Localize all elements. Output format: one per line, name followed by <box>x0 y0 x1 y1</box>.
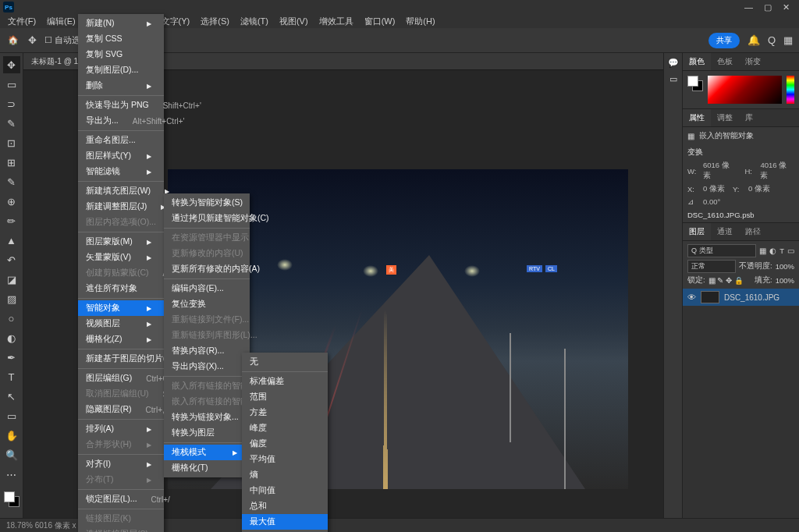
layer-name[interactable]: DSC_1610.JPG <box>724 293 779 302</box>
menu-item[interactable]: 峰度 <box>242 420 328 436</box>
layer-item[interactable]: 👁 DSC_1610.JPG <box>683 289 799 306</box>
menu-item[interactable]: 图层蒙版(M)▶ <box>78 234 164 250</box>
hand-tool[interactable]: ✋ <box>3 427 20 444</box>
menu-item[interactable]: 转换为智能对象(S) <box>164 195 250 211</box>
prop-h-value[interactable]: 4016 像素 <box>760 161 794 181</box>
menu-item[interactable]: 平均值 <box>242 452 328 467</box>
menu-item[interactable]: 方差 <box>242 405 328 420</box>
home-icon[interactable]: 🏠 <box>6 34 20 48</box>
prop-y-value[interactable]: 0 像素 <box>748 184 770 194</box>
menu-item[interactable]: 偏度 <box>242 436 328 452</box>
menu-item[interactable]: 复制图层(D)... <box>78 62 164 78</box>
menu-item[interactable]: 视频图层▶ <box>78 316 164 332</box>
color-swatch-panel[interactable] <box>687 76 703 91</box>
menu-item[interactable]: 对齐(I)▶ <box>78 456 164 472</box>
menu-select[interactable]: 选择(S) <box>196 14 234 29</box>
tab-swatches[interactable]: 色板 <box>711 53 739 70</box>
layer-filter-select[interactable]: Q 类型 <box>687 244 756 257</box>
frame-tool[interactable]: ⊞ <box>3 154 20 171</box>
lasso-tool[interactable]: ⊃ <box>3 95 20 112</box>
type-tool[interactable]: T <box>3 368 20 385</box>
menu-item[interactable]: 智能对象▶ <box>78 300 164 316</box>
menu-item[interactable]: 复制 CSS <box>78 31 164 47</box>
menu-item[interactable]: 替换内容(R)... <box>164 343 250 359</box>
brush-tool[interactable]: ✏ <box>3 212 20 229</box>
move-tool[interactable]: ✥ <box>3 56 20 73</box>
stamp-tool[interactable]: ▲ <box>3 232 20 249</box>
menu-window[interactable]: 窗口(W) <box>360 14 400 29</box>
tab-channels[interactable]: 通道 <box>711 223 739 240</box>
panel-history-icon[interactable]: ▭ <box>669 74 677 84</box>
menu-item[interactable]: 图层样式(Y)▶ <box>78 148 164 164</box>
menu-item[interactable]: 新建填充图层(W)▶ <box>78 183 164 199</box>
menu-item[interactable]: 栅格化(T) <box>164 460 250 476</box>
menu-item[interactable]: 熵 <box>242 467 328 483</box>
path-tool[interactable]: ↖ <box>3 388 20 405</box>
menu-item[interactable]: 复位变换 <box>164 296 250 312</box>
menu-item[interactable]: 总和 <box>242 498 328 514</box>
menu-file[interactable]: 文件(F) <box>3 14 41 29</box>
menu-item[interactable]: 通过拷贝新建智能对象(C) <box>164 211 250 226</box>
menu-item[interactable]: 转换为链接对象... <box>164 410 250 425</box>
dodge-tool[interactable]: ◐ <box>3 329 20 346</box>
prop-w-value[interactable]: 6016 像素 <box>703 161 737 181</box>
menu-item[interactable]: 快速导出为 PNGShift+Ctrl+' <box>78 98 164 113</box>
tab-paths[interactable]: 路径 <box>739 223 767 240</box>
menu-edit[interactable]: 编辑(E) <box>42 14 80 29</box>
tab-libraries[interactable]: 库 <box>739 109 759 126</box>
tab-layers[interactable]: 图层 <box>683 223 711 240</box>
menu-item[interactable]: 范围 <box>242 389 328 405</box>
layer-filter-icon2[interactable]: ◐ <box>769 246 776 255</box>
menu-item[interactable]: 隐藏图层(R)Ctrl+, <box>78 402 164 417</box>
menu-item[interactable]: 编辑内容(E)... <box>164 281 250 296</box>
menu-view[interactable]: 视图(V) <box>275 14 313 29</box>
more-tools[interactable]: ⋯ <box>3 466 20 483</box>
maximize-button[interactable]: ▢ <box>764 2 772 12</box>
tab-properties[interactable]: 属性 <box>683 109 711 126</box>
menu-item[interactable]: 新建调整图层(J)▶ <box>78 199 164 215</box>
menu-item[interactable]: 中间值 <box>242 483 328 498</box>
share-button[interactable]: 共享 <box>708 33 740 48</box>
workspace-icon[interactable]: ▦ <box>783 34 793 46</box>
tab-adjustments[interactable]: 调整 <box>711 109 739 126</box>
move-tool-icon[interactable]: ✥ <box>28 34 37 46</box>
healing-tool[interactable]: ⊕ <box>3 193 20 210</box>
menu-item[interactable]: 最大值 <box>242 514 328 530</box>
menu-item[interactable]: 删除▶ <box>78 78 164 94</box>
menu-help[interactable]: 帮助(H) <box>401 14 439 29</box>
search-icon[interactable]: Q <box>768 34 776 46</box>
eraser-tool[interactable]: ◪ <box>3 271 20 288</box>
menu-item[interactable]: 图层编组(G)Ctrl+G <box>78 371 164 386</box>
menu-item[interactable]: 无 <box>242 354 328 370</box>
tab-color[interactable]: 颜色 <box>683 53 711 70</box>
gradient-tool[interactable]: ▨ <box>3 290 20 307</box>
prop-angle-value[interactable]: 0.00° <box>703 197 720 206</box>
menu-item[interactable]: 重命名图层... <box>78 133 164 148</box>
menu-item[interactable]: 复制 SVG <box>78 47 164 62</box>
prop-x-value[interactable]: 0 像素 <box>703 184 725 194</box>
color-swatch[interactable] <box>4 491 20 507</box>
props-file[interactable]: DSC_1610.JPG.psb <box>687 211 794 219</box>
menu-item[interactable]: 新建基于图层的切片(B) <box>78 351 164 367</box>
comments-icon[interactable]: 💬 <box>668 58 679 68</box>
marquee-tool[interactable]: ▭ <box>3 76 20 93</box>
menu-item[interactable]: 导出为...Alt+Shift+Ctrl+' <box>78 113 164 129</box>
menu-item[interactable]: 排列(A)▶ <box>78 421 164 437</box>
pen-tool[interactable]: ✒ <box>3 349 20 366</box>
opacity-value[interactable]: 100% <box>776 262 794 271</box>
blend-mode-select[interactable]: 正常 <box>687 260 736 273</box>
fill-value[interactable]: 100% <box>776 276 794 285</box>
menu-item[interactable]: 栅格化(Z)▶ <box>78 332 164 347</box>
menu-item[interactable]: 导出内容(X)... <box>164 359 250 374</box>
layer-filter-icon[interactable]: ▦ <box>759 246 766 255</box>
menu-item[interactable]: 矢量蒙版(V)▶ <box>78 250 164 265</box>
menu-filter[interactable]: 滤镜(T) <box>236 14 273 29</box>
minimize-button[interactable]: — <box>744 2 753 12</box>
menu-item[interactable]: 锁定图层(L)...Ctrl+/ <box>78 491 164 507</box>
menu-item[interactable]: 遮住所有对象 <box>78 281 164 296</box>
eyedropper-tool[interactable]: ✎ <box>3 173 20 190</box>
menu-item[interactable]: 转换为图层 <box>164 425 250 441</box>
zoom-tool[interactable]: 🔍 <box>3 446 20 463</box>
menu-item[interactable]: 堆栈模式▶ <box>164 445 250 460</box>
wand-tool[interactable]: ✎ <box>3 115 20 132</box>
